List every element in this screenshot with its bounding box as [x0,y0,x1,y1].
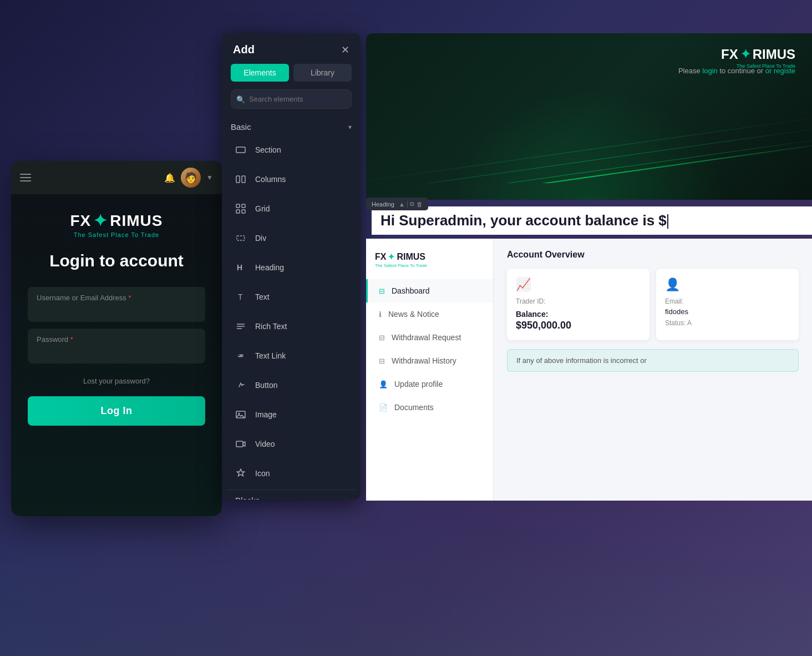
element-heading[interactable]: H Heading [226,254,356,281]
svg-rect-3 [236,204,240,208]
heading-toolbar-controls: ▲ ⧉ 🗑 [399,200,423,208]
tab-library[interactable]: Library [293,64,352,82]
basic-section-header[interactable]: Basic ▾ [222,117,361,136]
element-image[interactable]: Image [226,401,356,428]
dashboard-header: FX✦RIMUS The Safest Place To Trade Pleas… [366,33,812,200]
info-banner: If any of above information is incorrect… [507,349,799,372]
sidebar-item-update-profile[interactable]: 👤 Update profile [366,372,493,396]
register-link[interactable]: or registe [765,67,795,75]
heading-delete-icon[interactable]: 🗑 [417,201,423,208]
trader-id-label: Trader ID: [516,297,641,305]
section-icon [233,142,248,158]
trader-card-icon: 📈 [516,277,641,292]
element-text[interactable]: T Text [226,283,356,311]
sidebar-logo-wrap: FX✦RIMUS The Safest Place To Trade [366,248,493,279]
svg-text:T: T [238,292,243,301]
logo-prefix: FX [70,212,91,230]
tab-elements[interactable]: Elements [231,64,289,82]
text-link-label: Text Link [255,351,286,360]
login-window: 🔔 🧑 ▼ FX✦RIMUS The Safest Place To Trade… [11,161,222,516]
dash-logo-prefix: FX [721,47,738,62]
logo-text: FX✦RIMUS [70,211,163,230]
video-label: Video [255,440,275,448]
image-label: Image [255,410,277,419]
dashboard-logo: FX✦RIMUS The Safest Place To Trade [721,47,795,69]
search-input[interactable] [231,89,352,109]
element-rich-text[interactable]: Rich Text [226,312,356,340]
username-field-wrapper: Username or Email Address * [28,287,205,322]
bell-icon[interactable]: 🔔 [164,173,175,183]
login-link[interactable]: login [702,67,717,75]
email-card-icon: 👤 [665,277,790,292]
element-button[interactable]: Button [226,371,356,399]
blocks-section-header[interactable]: Blocks ▾ [226,490,356,499]
div-icon [233,230,248,246]
element-div[interactable]: Div [226,224,356,252]
heading-label: Heading [255,263,284,272]
email-value: fidodes [665,307,790,316]
balance-label: Balance: [516,310,641,319]
topbar-right: 🔔 🧑 ▼ [164,168,213,188]
add-panel-title: Add [233,43,255,56]
sidebar-logo-x: ✦ [388,252,395,262]
sidebar-item-withdrawal-history[interactable]: ⊟ Withdrawal History [366,349,493,372]
sidebar-item-documents[interactable]: 📄 Documents [366,396,493,419]
heading-expand-icon[interactable]: ▲ [399,201,405,208]
dashboard-content: Account Overview 📈 Trader ID: Balance: $… [494,239,812,501]
login-prompt: Please login to continue or or registe [678,67,795,75]
documents-nav-icon: 📄 [379,403,388,412]
video-icon [233,436,248,452]
dashboard-nav-icon: ⊟ [379,287,385,295]
dash-logo-suffix: RIMUS [753,47,795,62]
element-text-link[interactable]: Text Link [226,342,356,370]
svg-rect-15 [236,441,243,447]
documents-nav-label: Documents [394,403,434,412]
topbar-chevron: ▼ [206,174,213,181]
element-icon[interactable]: Icon [226,460,356,487]
close-button[interactable]: ✕ [341,45,349,55]
lost-password-link[interactable]: Lost your password? [28,377,205,385]
element-columns[interactable]: Columns [226,165,356,193]
toolbar-divider [407,201,408,208]
hamburger-icon[interactable] [20,174,31,181]
news-nav-label: News & Notice [388,310,439,319]
svg-rect-5 [236,210,240,213]
columns-label: Columns [255,175,286,184]
heading-copy-icon[interactable]: ⧉ [410,200,414,208]
balance-value: $950,000.00 [516,320,641,331]
element-section[interactable]: Section [226,136,356,164]
button-label: Button [255,381,277,390]
columns-icon [233,171,248,187]
username-input[interactable] [28,304,205,322]
dashboard-main: FX✦RIMUS The Safest Place To Trade ⊟ Das… [366,239,812,501]
email-card: 👤 Email: fidodes Status: A [656,269,799,340]
div-label: Div [255,234,266,243]
element-grid[interactable]: Grid [226,195,356,223]
green-line-4 [366,142,812,183]
element-video[interactable]: Video [226,430,356,458]
sidebar-item-news[interactable]: ℹ News & Notice [366,302,493,326]
add-panel: Add ✕ Elements Library 🔍 Basic ▾ Section… [222,33,361,499]
password-input[interactable] [28,346,205,364]
greeting-heading-area: Hi Superadmin, your account balance is $ [372,206,812,235]
withdrawal-request-nav-icon: ⊟ [379,334,385,342]
green-line-2 [366,125,812,183]
sidebar-item-dashboard[interactable]: ⊟ Dashboard [366,279,493,302]
grid-icon [233,201,248,216]
email-label: Email: [665,297,790,305]
logo-x: ✦ [93,211,108,230]
avatar[interactable]: 🧑 [181,168,201,188]
green-line-3 [366,114,812,183]
search-inner: 🔍 [231,89,352,109]
add-panel-header: Add ✕ [222,33,361,64]
sidebar-item-withdrawal-request[interactable]: ⊟ Withdrawal Request [366,326,493,349]
heading-toolbar-tag: Heading [372,201,394,208]
update-profile-nav-label: Update profile [394,380,443,388]
svg-rect-0 [236,147,245,153]
overview-cards: 📈 Trader ID: Balance: $950,000.00 👤 Emai… [507,269,799,340]
login-button[interactable]: Log In [28,396,205,426]
withdrawal-request-nav-label: Withdrawal Request [392,333,461,342]
password-label: Password * [28,329,205,346]
green-lines-decoration [366,100,812,183]
green-line-1 [366,137,812,183]
